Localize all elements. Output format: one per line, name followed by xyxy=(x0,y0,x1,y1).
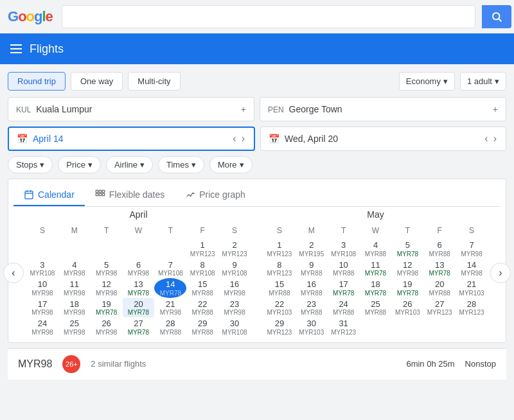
calendar-cell[interactable]: 8MYR123 xyxy=(263,259,296,279)
tab-price-graph[interactable]: Price graph xyxy=(175,184,256,206)
search-input[interactable] xyxy=(67,12,470,22)
calendar-cell[interactable]: 16MYR98 xyxy=(218,278,251,298)
depart-date-input[interactable]: 📅 April 14 ‹ › xyxy=(8,127,255,151)
calendar-cell[interactable]: 27MYR78 xyxy=(123,317,155,337)
calendar-cell[interactable]: 20MYR78 xyxy=(123,298,155,318)
calendar-cell[interactable]: 22MYR103 xyxy=(263,298,296,318)
origin-input[interactable]: KUL Kuala Lumpur + xyxy=(8,97,254,121)
calendar-cell[interactable]: 15MYR88 xyxy=(186,278,218,298)
calendar-cell[interactable]: 7MYR98 xyxy=(456,239,488,259)
calendar-cell[interactable]: 28MYR123 xyxy=(456,298,488,318)
cal-day-price: MYR78 xyxy=(392,250,423,258)
cal-day-price: MYR103 xyxy=(456,290,487,297)
calendar-cell[interactable]: 22MYR88 xyxy=(186,298,218,318)
calendar-cell[interactable]: 6MYR88 xyxy=(423,239,456,259)
calendar-cell[interactable]: 24MYR88 xyxy=(328,298,360,318)
calendar-prev-button[interactable]: ‹ xyxy=(3,263,24,283)
calendar-cell[interactable]: 8MYR108 xyxy=(186,259,218,279)
calendar-cell[interactable]: 23MYR98 xyxy=(218,298,251,318)
calendar-cell[interactable]: 12MYR98 xyxy=(91,278,123,298)
calendar-cell[interactable]: 29MYR123 xyxy=(263,317,296,337)
calendar-cell[interactable]: 6MYR98 xyxy=(123,259,155,279)
calendar-cell[interactable]: 2MYR123 xyxy=(218,239,251,259)
calendar-cell[interactable]: 5MYR98 xyxy=(91,259,123,279)
calendar-cell[interactable]: 3MYR108 xyxy=(26,259,58,279)
calendar-cell[interactable]: 9MYR108 xyxy=(218,259,251,279)
calendar-cell[interactable]: 12MYR98 xyxy=(391,259,423,279)
calendar-cell[interactable]: 27MYR123 xyxy=(423,298,456,318)
calendar-cell[interactable]: 11MYR78 xyxy=(360,259,392,279)
calendar-cell[interactable]: 17MYR78 xyxy=(328,278,360,298)
search-button[interactable] xyxy=(482,5,511,28)
calendar-cell[interactable]: 14MYR78 xyxy=(154,278,186,298)
calendar-cell[interactable]: 9MYR88 xyxy=(296,259,328,279)
origin-name: Kuala Lumpur xyxy=(36,104,92,114)
calendar-cell[interactable]: 10MYR88 xyxy=(328,259,360,279)
tab-price-graph-label: Price graph xyxy=(199,189,245,200)
calendar-cell[interactable]: 1MYR123 xyxy=(263,239,296,259)
calendar-cell[interactable]: 3MYR108 xyxy=(328,239,360,259)
times-filter[interactable]: Times ▾ xyxy=(158,156,204,173)
return-date-input[interactable]: 📅 Wed, April 20 ‹ › xyxy=(260,127,506,151)
calendar-cell[interactable]: 21MYR98 xyxy=(154,298,186,318)
round-trip-button[interactable]: Round trip xyxy=(8,72,66,91)
tab-calendar[interactable]: Calendar xyxy=(13,184,85,206)
return-date-next[interactable]: › xyxy=(492,133,498,144)
calendar-cell[interactable]: 7MYR108 xyxy=(154,259,186,279)
calendar-cell[interactable]: 29MYR88 xyxy=(186,317,218,337)
calendar-cell[interactable]: 30MYR108 xyxy=(218,317,251,337)
calendar-cell[interactable]: 18MYR78 xyxy=(360,278,392,298)
cal-day-number: 9 xyxy=(296,260,327,270)
calendar-cell[interactable]: 4MYR98 xyxy=(58,259,91,279)
depart-date-prev[interactable]: ‹ xyxy=(231,133,237,144)
calendar-cell[interactable]: 24MYR98 xyxy=(26,317,58,337)
cal-day-price: MYR108 xyxy=(219,329,250,336)
calendar-cell[interactable]: 13MYR78 xyxy=(423,259,456,279)
depart-date-value: April 14 xyxy=(33,134,63,144)
day-of-week: S xyxy=(456,225,488,236)
calendar-cell[interactable]: 1MYR123 xyxy=(186,239,218,259)
return-date-prev[interactable]: ‹ xyxy=(483,133,489,144)
calendar-cell[interactable]: 26MYR103 xyxy=(391,298,423,318)
calendar-cell[interactable]: 10MYR98 xyxy=(26,278,58,298)
calendar-cell[interactable]: 19MYR78 xyxy=(391,278,423,298)
hamburger-menu[interactable] xyxy=(10,44,22,53)
depart-date-next[interactable]: › xyxy=(240,133,246,144)
calendar-cell[interactable]: 13MYR78 xyxy=(123,278,155,298)
cal-day-number: 1 xyxy=(187,240,218,250)
cal-day-number: 18 xyxy=(59,299,90,310)
calendar-cell[interactable]: 31MYR123 xyxy=(328,317,360,337)
passengers-select[interactable]: 1 adult ▾ xyxy=(460,72,506,91)
cal-day-price: MYR98 xyxy=(59,329,90,336)
calendar-cell[interactable]: 18MYR98 xyxy=(58,298,91,318)
cal-day-number: 7 xyxy=(456,240,487,250)
calendar-cell[interactable]: 25MYR88 xyxy=(360,298,392,318)
calendar-cell[interactable]: 15MYR88 xyxy=(263,278,296,298)
calendar-cell[interactable]: 11MYR98 xyxy=(58,278,91,298)
tab-flexible[interactable]: Flexible dates xyxy=(85,184,175,206)
calendar-cell[interactable]: 20MYR88 xyxy=(423,278,456,298)
class-select[interactable]: Economy ▾ xyxy=(399,72,455,91)
one-way-button[interactable]: One way xyxy=(71,72,123,91)
calendar-cell[interactable]: 14MYR98 xyxy=(456,259,488,279)
destination-input[interactable]: PEN George Town + xyxy=(260,97,506,121)
calendar-cell[interactable]: 17MYR98 xyxy=(26,298,58,318)
calendar-cell xyxy=(360,317,392,337)
price-filter[interactable]: Price ▾ xyxy=(58,156,101,173)
calendar-next-button[interactable]: › xyxy=(490,263,511,283)
calendar-cell[interactable]: 19MYR78 xyxy=(91,298,123,318)
calendar-cell[interactable]: 2MYR195 xyxy=(296,239,328,259)
calendar-cell[interactable]: 16MYR88 xyxy=(296,278,328,298)
calendar-cell[interactable]: 21MYR103 xyxy=(456,278,488,298)
multi-city-button[interactable]: Multi-city xyxy=(128,72,180,91)
calendar-cell[interactable]: 4MYR88 xyxy=(360,239,392,259)
calendar-cell[interactable]: 23MYR88 xyxy=(296,298,328,318)
more-filter[interactable]: More ▾ xyxy=(209,156,253,173)
calendar-cell[interactable]: 28MYR88 xyxy=(154,317,186,337)
calendar-cell[interactable]: 26MYR98 xyxy=(91,317,123,337)
calendar-cell[interactable]: 5MYR78 xyxy=(391,239,423,259)
calendar-cell[interactable]: 30MYR103 xyxy=(296,317,328,337)
calendar-cell[interactable]: 25MYR98 xyxy=(58,317,91,337)
airline-filter[interactable]: Airline ▾ xyxy=(106,156,153,173)
stops-filter[interactable]: Stops ▾ xyxy=(8,156,53,173)
